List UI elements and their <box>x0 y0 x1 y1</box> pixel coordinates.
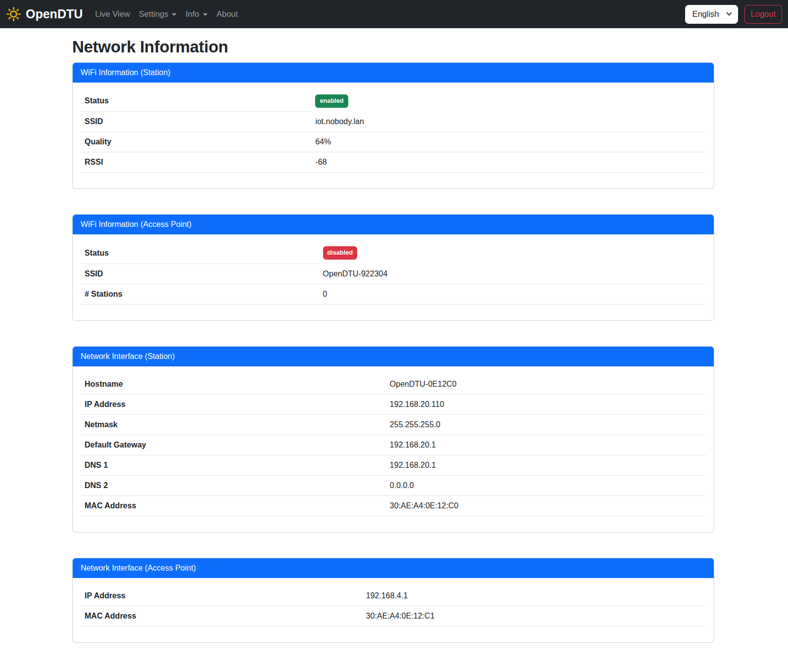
table-row: SSIDOpenDTU-922304 <box>81 264 706 284</box>
row-value: 192.168.20.1 <box>386 435 706 455</box>
row-value: OpenDTU-922304 <box>319 264 706 284</box>
card-header: WiFi Information (Station) <box>73 63 714 83</box>
card-wifi-information-access-point: WiFi Information (Access Point)Statusdis… <box>72 214 714 320</box>
card-body: HostnameOpenDTU-0E12C0IP Address192.168.… <box>73 366 714 532</box>
table-row: DNS 1192.168.20.1 <box>81 455 706 475</box>
row-label: Netmask <box>81 414 386 435</box>
row-label: Quality <box>81 132 311 152</box>
chevron-down-icon <box>203 13 208 16</box>
row-label: IP Address <box>81 586 362 606</box>
brand-label: OpenDTU <box>26 7 83 21</box>
nav-item-settings[interactable]: Settings <box>135 5 182 23</box>
navbar: OpenDTU Live View Settings Info About En… <box>0 0 788 28</box>
table-row: Statusdisabled <box>81 242 706 264</box>
row-value: 192.168.20.1 <box>386 455 706 475</box>
info-table: StatusdisabledSSIDOpenDTU-922304# Statio… <box>81 242 706 304</box>
row-value: OpenDTU-0E12C0 <box>386 374 706 395</box>
row-label: RSSI <box>81 152 311 173</box>
table-row: SSIDiot.nobody.lan <box>81 112 706 132</box>
row-value: 0 <box>319 284 706 304</box>
info-table: IP Address192.168.4.1MAC Address30:AE:A4… <box>81 586 706 627</box>
chevron-down-icon <box>172 13 177 16</box>
row-label: MAC Address <box>81 606 362 626</box>
nav-item-about[interactable]: About <box>212 5 242 23</box>
sun-icon <box>6 6 21 22</box>
card-network-interface-access-point: Network Interface (Access Point)IP Addre… <box>72 558 714 643</box>
row-label: Status <box>81 90 311 112</box>
row-label: MAC Address <box>81 495 386 516</box>
row-value: disabled <box>319 242 706 264</box>
table-row: Quality64% <box>81 132 706 152</box>
table-row: IP Address192.168.4.1 <box>81 586 706 606</box>
card-wifi-information-station: WiFi Information (Station)StatusenabledS… <box>72 62 714 189</box>
row-value: 255.255.255.0 <box>386 414 706 435</box>
status-badge: disabled <box>323 246 358 260</box>
row-value: 30:AE:A4:0E:12:C1 <box>362 606 706 626</box>
row-value: iot.nobody.lan <box>311 112 706 132</box>
row-label: Hostname <box>81 374 386 395</box>
card-header: WiFi Information (Access Point) <box>73 215 714 234</box>
row-value: 192.168.20.110 <box>386 394 706 414</box>
brand-link[interactable]: OpenDTU <box>6 6 83 22</box>
row-value: 192.168.4.1 <box>362 586 706 606</box>
content: Network Information WiFi Information (St… <box>72 38 714 643</box>
row-value: 30:AE:A4:0E:12:C0 <box>386 495 706 516</box>
nav-links: Live View Settings Info About <box>91 5 685 23</box>
row-label: # Stations <box>81 284 319 304</box>
navbar-right: English Logout <box>685 5 782 24</box>
row-label: DNS 2 <box>81 475 386 495</box>
row-value: 64% <box>311 132 706 152</box>
status-badge: enabled <box>315 94 348 108</box>
nav-item-live-view[interactable]: Live View <box>91 5 134 23</box>
nav-item-info[interactable]: Info <box>181 5 212 23</box>
card-body: IP Address192.168.4.1MAC Address30:AE:A4… <box>73 578 714 642</box>
table-row: Statusenabled <box>81 90 706 112</box>
card-body: StatusdisabledSSIDOpenDTU-922304# Statio… <box>73 234 714 320</box>
row-label: SSID <box>81 264 319 284</box>
row-value: 0.0.0.0 <box>386 475 706 495</box>
row-label: Status <box>81 242 319 264</box>
table-row: RSSI-68 <box>81 152 706 173</box>
table-row: MAC Address30:AE:A4:0E:12:C1 <box>81 606 706 626</box>
info-table: StatusenabledSSIDiot.nobody.lanQuality64… <box>81 90 706 173</box>
table-row: MAC Address30:AE:A4:0E:12:C0 <box>81 495 706 516</box>
language-select[interactable]: English <box>685 5 738 24</box>
nav-item-label: Live View <box>95 9 130 18</box>
nav-item-label: Info <box>185 9 199 18</box>
table-row: DNS 20.0.0.0 <box>81 475 706 495</box>
row-value: -68 <box>311 152 706 173</box>
nav-item-label: Settings <box>139 9 169 18</box>
language-select-value: English <box>692 9 719 19</box>
cards-root: WiFi Information (Station)StatusenabledS… <box>72 62 714 643</box>
card-network-interface-station: Network Interface (Station)HostnameOpenD… <box>72 346 714 533</box>
table-row: Default Gateway192.168.20.1 <box>81 435 706 455</box>
table-row: # Stations0 <box>81 284 706 304</box>
table-row: Netmask255.255.255.0 <box>81 414 706 435</box>
nav-item-label: About <box>217 9 238 18</box>
row-value: enabled <box>311 90 706 112</box>
row-label: DNS 1 <box>81 455 386 475</box>
page-title: Network Information <box>72 38 714 56</box>
card-header: Network Interface (Station) <box>73 347 714 366</box>
row-label: Default Gateway <box>81 435 386 455</box>
row-label: SSID <box>81 112 311 132</box>
info-table: HostnameOpenDTU-0E12C0IP Address192.168.… <box>81 374 706 516</box>
table-row: HostnameOpenDTU-0E12C0 <box>81 374 706 395</box>
card-body: StatusenabledSSIDiot.nobody.lanQuality64… <box>73 83 714 188</box>
card-header: Network Interface (Access Point) <box>73 558 714 578</box>
chevron-down-icon <box>726 10 732 15</box>
table-row: IP Address192.168.20.110 <box>81 394 706 414</box>
logout-button[interactable]: Logout <box>744 5 782 24</box>
row-label: IP Address <box>81 394 386 414</box>
